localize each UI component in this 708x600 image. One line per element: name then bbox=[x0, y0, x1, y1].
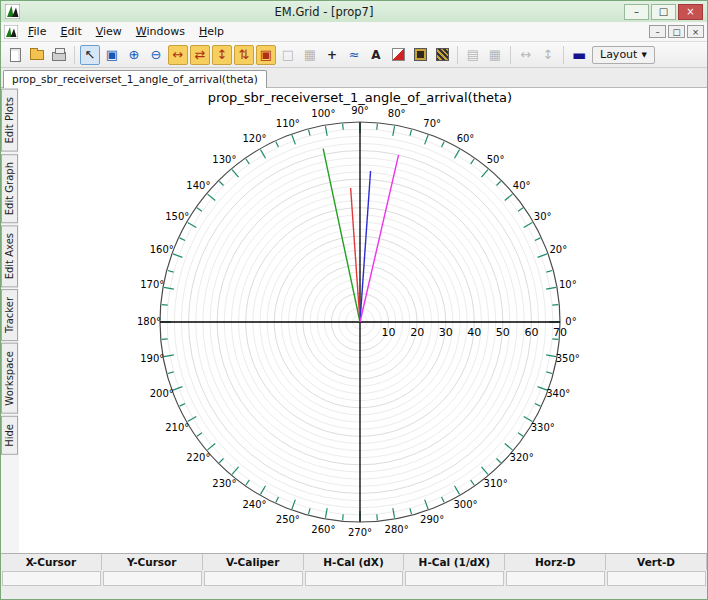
h-fit-icon[interactable]: ↔ bbox=[168, 45, 188, 65]
frame-icon[interactable]: □ bbox=[278, 45, 298, 65]
angle-label: 70° bbox=[423, 118, 441, 129]
angle-tick bbox=[496, 458, 500, 462]
toolbar-separator bbox=[457, 46, 458, 64]
angle-tick bbox=[496, 181, 500, 185]
angle-tick bbox=[180, 238, 185, 241]
menu-item-help[interactable]: Help bbox=[192, 23, 231, 40]
child-window-controls: – □ × bbox=[647, 25, 704, 38]
child-minimize-button[interactable]: – bbox=[649, 25, 666, 38]
open-folder-icon-shape bbox=[30, 50, 44, 60]
zoom-out-icon[interactable]: ⊖ bbox=[146, 45, 166, 65]
child-restore-button[interactable]: □ bbox=[668, 25, 685, 38]
line-style-icon[interactable]: ▬ bbox=[569, 45, 589, 65]
sidebar-tab-label: Edit Graph bbox=[4, 162, 15, 215]
app-icon bbox=[5, 4, 20, 19]
child-close-button[interactable]: × bbox=[687, 25, 704, 38]
menu-item-view[interactable]: View bbox=[89, 23, 129, 40]
status-values bbox=[1, 570, 707, 586]
print-icon[interactable] bbox=[49, 45, 69, 65]
angle-tick bbox=[518, 433, 523, 436]
angle-tick bbox=[325, 126, 327, 136]
fill-style-icon[interactable] bbox=[388, 45, 408, 65]
angle-tick bbox=[410, 130, 412, 136]
sidebar-tab-edit-plots[interactable]: Edit Plots bbox=[1, 89, 18, 152]
angle-label: 110° bbox=[276, 118, 300, 129]
frame-grid-icon[interactable]: ▦ bbox=[300, 45, 320, 65]
v-scroll-icon[interactable]: ⇅ bbox=[234, 45, 254, 65]
v-fit-icon[interactable]: ↕ bbox=[212, 45, 232, 65]
sidebar-tab-hide[interactable]: Hide bbox=[1, 416, 18, 455]
angle-tick bbox=[518, 208, 523, 211]
angle-tick bbox=[246, 480, 249, 485]
angle-label: 40° bbox=[513, 180, 531, 191]
curve-select-icon[interactable]: ≈ bbox=[344, 45, 364, 65]
radius-label: 50 bbox=[496, 326, 510, 339]
close-button[interactable]: × bbox=[678, 4, 703, 20]
hatch-style-icon-shape bbox=[436, 48, 449, 61]
dropdown-arrow-icon: ▼ bbox=[641, 51, 646, 59]
menu-item-file[interactable]: File bbox=[21, 23, 53, 40]
angle-label: 60° bbox=[457, 133, 475, 144]
new-file-icon[interactable] bbox=[5, 45, 25, 65]
angle-label: 140° bbox=[186, 180, 210, 191]
angle-tick bbox=[546, 372, 552, 374]
status-value-cell[interactable] bbox=[607, 571, 706, 586]
minimize-button[interactable]: – bbox=[624, 4, 649, 20]
angle-tick bbox=[552, 305, 558, 306]
h-measure-icon[interactable]: ↔ bbox=[516, 45, 536, 65]
angle-tick bbox=[377, 514, 378, 520]
angle-tick bbox=[308, 130, 310, 136]
angle-label: 330° bbox=[531, 422, 555, 433]
grid-toggle-icon[interactable]: ▤ bbox=[463, 45, 483, 65]
angle-label: 180° bbox=[137, 316, 161, 327]
angle-label: 10° bbox=[559, 279, 577, 290]
status-header-v-caliper: V-Caliper bbox=[203, 554, 304, 570]
angle-tick bbox=[219, 458, 223, 462]
content-area: Edit PlotsEdit GraphEdit AxesTrackerWork… bbox=[1, 88, 707, 553]
angle-label: 160° bbox=[150, 244, 174, 255]
angle-tick bbox=[173, 254, 182, 257]
open-folder-icon[interactable] bbox=[27, 45, 47, 65]
status-value-cell[interactable] bbox=[204, 571, 303, 586]
menu-items: FileEditViewWindowsHelp bbox=[21, 23, 231, 40]
sidebar-tab-label: Hide bbox=[4, 424, 15, 447]
angle-label: 240° bbox=[242, 499, 266, 510]
crosshair-icon[interactable]: + bbox=[322, 45, 342, 65]
maximize-button[interactable]: □ bbox=[651, 4, 676, 20]
status-value-cell[interactable] bbox=[103, 571, 202, 586]
sidebar-tab-edit-graph[interactable]: Edit Graph bbox=[1, 154, 18, 223]
overlay-plots-icon[interactable]: ▣ bbox=[102, 45, 122, 65]
v-measure-icon[interactable]: ↕ bbox=[538, 45, 558, 65]
status-value-cell[interactable] bbox=[305, 571, 404, 586]
fit-extents-icon[interactable]: ▣ bbox=[256, 45, 276, 65]
axis-toggle-icon[interactable]: ▦ bbox=[485, 45, 505, 65]
sidebar-tab-label: Tracker bbox=[4, 297, 15, 333]
angle-tick bbox=[442, 142, 445, 147]
app-window: EM.Grid - [prop7] – □ × FileEditViewWind… bbox=[0, 0, 708, 600]
sidebar-tab-tracker[interactable]: Tracker bbox=[1, 289, 18, 341]
angle-tick bbox=[292, 135, 295, 144]
plot-tab[interactable]: prop_sbr_receiverset_1_angle_of_arrival(… bbox=[3, 70, 267, 88]
menu-item-edit[interactable]: Edit bbox=[53, 23, 88, 40]
layout-button[interactable]: Layout▼ bbox=[592, 46, 655, 64]
texture-style-icon[interactable] bbox=[410, 45, 430, 65]
angle-label: 20° bbox=[549, 244, 567, 255]
hatch-style-icon[interactable] bbox=[432, 45, 452, 65]
zoom-in-icon[interactable]: ⊕ bbox=[124, 45, 144, 65]
sidebar-tab-edit-axes[interactable]: Edit Axes bbox=[1, 225, 18, 287]
status-value-cell[interactable] bbox=[2, 571, 101, 586]
sidebar-tab-workspace[interactable]: Workspace bbox=[1, 343, 18, 414]
status-header-horz-d: Horz-D bbox=[505, 554, 606, 570]
tab-bar: prop_sbr_receiverset_1_angle_of_arrival(… bbox=[1, 68, 707, 88]
angle-tick bbox=[246, 159, 249, 164]
angle-tick bbox=[377, 124, 378, 130]
angle-tick bbox=[442, 497, 445, 502]
menu-item-windows[interactable]: Windows bbox=[129, 23, 192, 40]
select-pointer-icon[interactable]: ↖ bbox=[80, 45, 100, 65]
menu-bar: FileEditViewWindowsHelp – □ × bbox=[1, 22, 707, 42]
status-value-cell[interactable] bbox=[405, 571, 504, 586]
h-scroll-icon[interactable]: ⇄ bbox=[190, 45, 210, 65]
text-tool-icon[interactable]: A bbox=[366, 45, 386, 65]
status-value-cell[interactable] bbox=[506, 571, 605, 586]
angle-tick bbox=[276, 497, 279, 502]
